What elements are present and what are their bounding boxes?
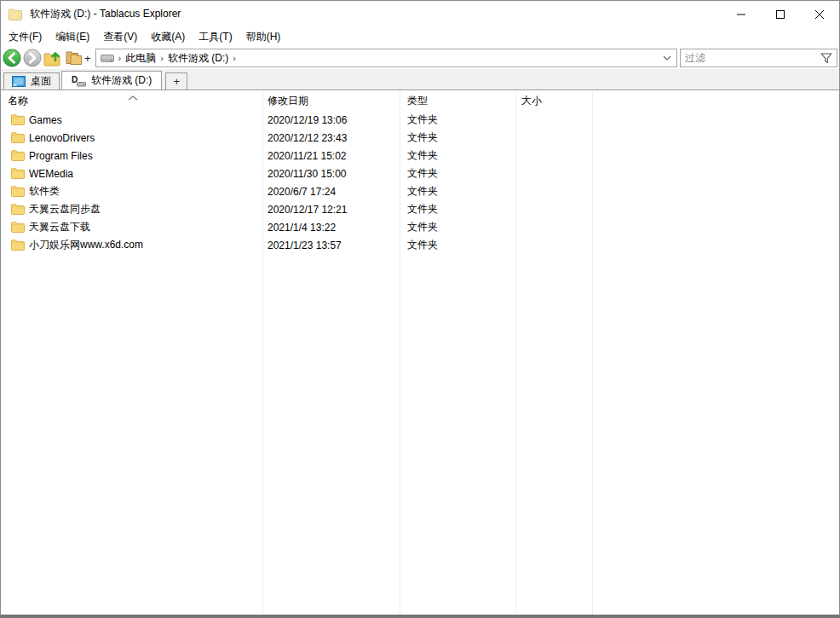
tab-label: 桌面 (31, 74, 51, 89)
folder-icon (11, 168, 25, 179)
folder-icon (11, 204, 25, 215)
menu-help[interactable]: 帮助(H) (239, 27, 288, 47)
filter-input[interactable] (681, 52, 819, 64)
file-modified: 2020/6/7 17:24 (262, 186, 400, 198)
folder-icon (11, 222, 25, 233)
navigation-toolbar: + › 此电脑 › 软件游戏 (D:) › (1, 47, 839, 69)
file-name-cell: Program Files (1, 150, 262, 162)
folder-icon (11, 150, 25, 161)
file-type: 文件夹 (400, 148, 515, 163)
close-button[interactable] (800, 1, 839, 27)
file-name: 天翼云盘同步盘 (29, 202, 101, 217)
window-folder-icon (9, 9, 22, 20)
address-dropdown-icon[interactable] (660, 55, 674, 61)
maximize-button[interactable] (761, 1, 800, 27)
back-button[interactable] (2, 48, 22, 68)
column-header-row: 名称 修改日期 类型 大小 (1, 90, 839, 111)
table-row[interactable]: LenovoDrivers 2020/12/12 23:43 文件夹 (1, 129, 839, 147)
table-row[interactable]: 小刀娱乐网www.x6d.com 2021/1/23 13:57 文件夹 (1, 236, 839, 254)
tab-bar: 桌面 D 软件游戏 (D:) + (1, 69, 839, 90)
table-row[interactable]: 天翼云盘下载 2021/1/4 13:22 文件夹 (1, 218, 839, 236)
file-name-cell: 天翼云盘同步盘 (1, 202, 262, 217)
table-row[interactable]: 软件类 2020/6/7 17:24 文件夹 (1, 182, 839, 200)
menu-edit[interactable]: 编辑(E) (49, 27, 96, 47)
new-tab-button[interactable]: + (165, 72, 187, 90)
file-name-cell: LenovoDrivers (1, 132, 262, 144)
table-row[interactable]: Games 2020/12/19 13:06 文件夹 (1, 111, 839, 129)
file-modified: 2020/12/12 23:43 (262, 132, 400, 144)
column-header-size[interactable]: 大小 (515, 94, 592, 108)
column-separator[interactable] (262, 90, 263, 615)
tab-desktop[interactable]: 桌面 (3, 72, 60, 90)
breadcrumb-current-drive[interactable]: 软件游戏 (D:) (168, 51, 228, 66)
file-type: 文件夹 (400, 184, 515, 199)
file-list-panel: 名称 修改日期 类型 大小 Games 2020/12/19 13:06 文件夹… (1, 90, 839, 615)
sort-ascending-indicator (128, 91, 138, 103)
desktop-icon (12, 76, 26, 87)
file-name: 天翼云盘下载 (29, 220, 90, 234)
new-tab-folders-icon[interactable] (63, 48, 83, 68)
window-title: 软件游戏 (D:) - Tablacus Explorer (30, 7, 181, 21)
tab-current-drive[interactable]: D 软件游戏 (D:) (61, 71, 162, 90)
tab-label: 软件游戏 (D:) (91, 73, 152, 88)
file-name: 小刀娱乐网www.x6d.com (29, 238, 143, 252)
folder-icon (11, 240, 25, 251)
window-controls (722, 1, 839, 27)
column-header-type[interactable]: 类型 (400, 94, 515, 108)
new-tab-plus-label[interactable]: + (84, 52, 91, 65)
file-name-cell: Games (1, 114, 262, 126)
menu-favorites[interactable]: 收藏(A) (144, 27, 192, 47)
file-modified: 2021/1/23 13:57 (262, 240, 400, 251)
menu-tools[interactable]: 工具(T) (192, 27, 239, 47)
breadcrumb-separator: › (160, 53, 164, 63)
menu-bar: 文件(F) 编辑(E) 查看(V) 收藏(A) 工具(T) 帮助(H) (1, 27, 839, 47)
breadcrumb-this-pc[interactable]: 此电脑 (125, 51, 156, 66)
table-row[interactable]: 天翼云盘同步盘 2020/12/17 12:21 文件夹 (1, 200, 839, 218)
address-bar[interactable]: › 此电脑 › 软件游戏 (D:) › (95, 49, 677, 67)
file-type: 文件夹 (400, 130, 515, 145)
file-name: Program Files (29, 150, 93, 162)
forward-button[interactable] (22, 48, 43, 68)
filter-box (680, 49, 837, 67)
drive-icon (101, 54, 114, 63)
file-modified: 2020/11/30 15:00 (262, 168, 400, 180)
minimize-button[interactable] (722, 1, 761, 27)
file-name-cell: 小刀娱乐网www.x6d.com (1, 238, 262, 252)
file-name: 软件类 (29, 184, 60, 199)
file-modified: 2020/11/21 15:02 (262, 150, 400, 162)
table-row[interactable]: WEMedia 2020/11/30 15:00 文件夹 (1, 165, 839, 182)
column-header-modified[interactable]: 修改日期 (262, 94, 400, 108)
file-modified: 2020/12/19 13:06 (262, 114, 400, 126)
breadcrumb-separator: › (118, 53, 122, 63)
title-bar: 软件游戏 (D:) - Tablacus Explorer (1, 1, 839, 27)
file-name-cell: 软件类 (1, 184, 262, 199)
file-type: 文件夹 (400, 220, 515, 234)
column-separator[interactable] (592, 90, 593, 615)
breadcrumb-separator: › (233, 53, 236, 63)
file-type: 文件夹 (400, 202, 515, 217)
file-modified: 2020/12/17 12:21 (262, 204, 400, 216)
file-type: 文件夹 (400, 238, 515, 252)
file-name: LenovoDrivers (29, 132, 95, 144)
file-type: 文件夹 (400, 113, 515, 127)
filter-funnel-icon[interactable] (819, 53, 837, 64)
folder-icon (11, 114, 25, 125)
menu-file[interactable]: 文件(F) (2, 27, 49, 47)
up-folder-button[interactable] (43, 48, 63, 68)
column-separator[interactable] (515, 90, 516, 615)
table-row[interactable]: Program Files 2020/11/21 15:02 文件夹 (1, 147, 839, 165)
file-name-cell: WEMedia (1, 168, 262, 180)
file-name-cell: 天翼云盘下载 (1, 220, 262, 234)
column-separator[interactable] (400, 90, 400, 615)
file-name: Games (29, 114, 62, 126)
file-modified: 2021/1/4 13:22 (262, 222, 400, 234)
folder-icon (11, 132, 25, 143)
folder-icon (11, 186, 25, 197)
menu-view[interactable]: 查看(V) (96, 27, 144, 47)
drive-d-icon: D (72, 75, 86, 87)
file-name: WEMedia (29, 168, 73, 180)
file-type: 文件夹 (400, 166, 515, 181)
app-window: 软件游戏 (D:) - Tablacus Explorer 文件(F) 编辑(E… (0, 0, 840, 618)
